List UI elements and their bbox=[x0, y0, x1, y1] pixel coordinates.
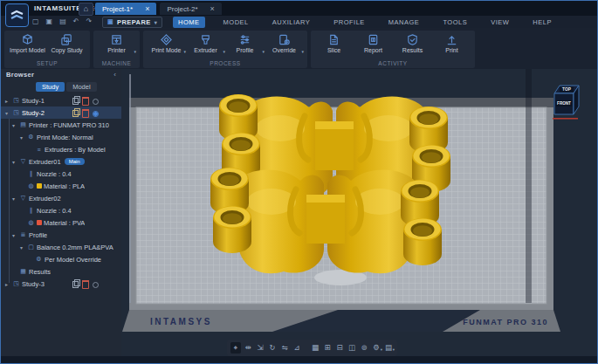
menu-home[interactable]: HOME bbox=[173, 17, 205, 28]
stage-mode-dropdown[interactable]: ▣ PREPARE ▾ bbox=[102, 17, 162, 28]
arrange-tool[interactable]: ▦ bbox=[310, 342, 320, 354]
tree-item-study-1[interactable]: ▸ ◳ Study-1 bbox=[1, 94, 121, 106]
viewport-3d[interactable]: INTAMSYS FUNMAT PRO 310 TOP FRONT ⌖ ⇹ ⇲ bbox=[121, 69, 597, 356]
menu-model[interactable]: MODEL bbox=[218, 17, 254, 28]
copy-study-icon[interactable] bbox=[72, 98, 79, 105]
active-study-radio[interactable] bbox=[93, 111, 99, 117]
rotate-tool[interactable]: ↻ bbox=[267, 342, 278, 354]
menu-tools[interactable]: TOOLS bbox=[437, 17, 472, 28]
expander-icon[interactable]: ▾ bbox=[12, 159, 19, 165]
close-icon[interactable]: × bbox=[210, 5, 215, 12]
tree-item-per-model-override[interactable]: ⚙ Per Model Override bbox=[1, 253, 121, 265]
active-study-radio[interactable] bbox=[93, 282, 99, 288]
scale-tool[interactable]: ⇲ bbox=[255, 342, 265, 354]
expander-icon[interactable]: ▸ bbox=[5, 281, 12, 287]
delete-study-icon[interactable] bbox=[82, 97, 89, 106]
extruder-button[interactable]: Extruder ▾ bbox=[186, 32, 225, 53]
nozzle-icon: ∥ bbox=[27, 170, 35, 177]
split-tool[interactable]: ◫ bbox=[347, 342, 357, 354]
ribbon-group-label: SETUP bbox=[4, 60, 90, 66]
merge-tool[interactable]: ⊟ bbox=[334, 342, 345, 354]
mirror-tool[interactable]: ⇋ bbox=[279, 342, 290, 354]
extruder-icon bbox=[199, 33, 212, 46]
tree-item-label: Print Mode: Normal bbox=[37, 134, 93, 141]
print-mode-button[interactable]: Print Mode ▾ bbox=[147, 32, 186, 53]
toggle-study[interactable]: Study bbox=[36, 82, 65, 92]
panel-resize-handle[interactable] bbox=[129, 74, 131, 303]
tab-title: Project-1* bbox=[102, 5, 133, 13]
tree-item-printer[interactable]: ▾ ▤ Printer : FUNMAT PRO 310 bbox=[1, 119, 121, 131]
tab-project-1[interactable]: Project-1* × bbox=[95, 3, 156, 15]
redo-icon[interactable]: ↷ bbox=[86, 17, 92, 27]
support-tool[interactable]: ⊚ bbox=[359, 342, 369, 354]
extruder-icon: ▽ bbox=[19, 158, 27, 165]
tree-item-results[interactable]: ▦ Results bbox=[1, 265, 121, 278]
menu-manage[interactable]: MANAGE bbox=[383, 17, 425, 28]
tree-item-material-pva[interactable]: ◍ Material : PVA bbox=[1, 216, 121, 229]
menu-profile[interactable]: PROFILE bbox=[328, 17, 370, 28]
tree-item-study-2[interactable]: ▾ ◳ Study-2 bbox=[1, 106, 121, 119]
expander-icon[interactable]: ▸ bbox=[5, 98, 12, 104]
expander-icon[interactable]: ▾ bbox=[12, 196, 19, 202]
print-mode-icon: ⚙ bbox=[27, 134, 35, 141]
ribbon-group-process: Print Mode ▾ Extruder ▾ Profile ▾ Overri… bbox=[143, 31, 307, 68]
move-tool[interactable]: ⇹ bbox=[243, 342, 253, 354]
select-tool[interactable]: ⌖ bbox=[230, 342, 241, 354]
nozzle-icon: ∥ bbox=[27, 207, 35, 214]
tree-item-print-mode[interactable]: ▾ ⚙ Print Mode: Normal bbox=[1, 131, 121, 143]
tree-item-nozzle-1[interactable]: ∥ Nozzle : 0.4 bbox=[1, 168, 121, 180]
plate-tool[interactable]: ▤▾ bbox=[383, 342, 394, 354]
home-button[interactable]: ⌂ bbox=[79, 3, 93, 16]
view-cube-front-label[interactable]: FRONT bbox=[557, 101, 571, 106]
copy-study-icon[interactable] bbox=[72, 281, 79, 288]
menu-view[interactable]: VIEW bbox=[485, 17, 514, 28]
tab-project-2[interactable]: Project-2* × bbox=[160, 3, 221, 15]
menu-auxiliary[interactable]: AUXILIARY bbox=[267, 17, 316, 28]
settings-tool[interactable]: ⚙▾ bbox=[371, 342, 381, 354]
delete-study-icon[interactable] bbox=[82, 109, 89, 118]
printer-button[interactable]: Printer ▾ bbox=[97, 32, 136, 53]
close-icon[interactable]: × bbox=[145, 5, 149, 12]
print-button[interactable]: Print bbox=[432, 32, 471, 53]
print-doc-icon[interactable]: ▤ bbox=[59, 17, 66, 27]
profile-button[interactable]: Profile ▾ bbox=[225, 32, 265, 53]
undo-icon[interactable]: ↶ bbox=[73, 17, 79, 27]
tree-item-material-pla[interactable]: ◍ Material : PLA bbox=[1, 180, 121, 192]
expander-icon[interactable]: ▾ bbox=[20, 244, 27, 251]
slice-button[interactable]: Slice bbox=[314, 32, 354, 53]
lay-flat-tool[interactable]: ⊿ bbox=[292, 342, 302, 354]
tree-item-profile[interactable]: ▾ ≣ Profile bbox=[1, 229, 121, 241]
collapse-panel-icon[interactable]: ‹ bbox=[113, 71, 116, 79]
toggle-model[interactable]: Model bbox=[66, 82, 96, 92]
tree-item-balance-profile[interactable]: ▾ ▢ Balance 0.2mm PLA&PVA bbox=[1, 241, 121, 253]
tree-item-extruder02[interactable]: ▾ ▽ Extruder02 bbox=[1, 192, 121, 204]
copy-study-button[interactable]: Copy Study bbox=[47, 32, 86, 53]
import-model-button[interactable]: Import Model bbox=[8, 32, 47, 53]
report-button[interactable]: Report bbox=[354, 32, 393, 53]
ribbon-group-label: PROCESS bbox=[143, 60, 307, 66]
copy-study-icon[interactable] bbox=[72, 110, 79, 117]
duplicate-tool[interactable]: ⊞ bbox=[322, 342, 333, 354]
menu-help[interactable]: HELP bbox=[527, 17, 557, 28]
override-button[interactable]: Override ▾ bbox=[265, 32, 304, 53]
tree-item-study-3[interactable]: ▸ ◳ Study-3 bbox=[1, 278, 121, 290]
new-icon[interactable]: ▢ bbox=[32, 17, 39, 27]
view-cube-top-label[interactable]: TOP bbox=[562, 87, 572, 92]
slice-icon bbox=[327, 33, 340, 46]
tree-item-extruder01[interactable]: ▾ ▽ Extruder01 Main bbox=[1, 155, 121, 168]
results-button[interactable]: Results bbox=[393, 32, 432, 53]
expander-icon[interactable]: ▾ bbox=[12, 232, 19, 238]
tree-item-nozzle-2[interactable]: ∥ Nozzle : 0.4 bbox=[1, 204, 121, 216]
active-study-radio[interactable] bbox=[93, 99, 99, 105]
settings-icon: ⚙ bbox=[373, 343, 380, 352]
app-logo-button[interactable] bbox=[5, 3, 29, 27]
expander-icon[interactable]: ▾ bbox=[5, 110, 12, 116]
expander-icon[interactable]: ▾ bbox=[12, 122, 19, 128]
view-cube[interactable]: TOP FRONT bbox=[551, 79, 582, 121]
browser-panel-title: Browser bbox=[6, 71, 34, 79]
tree-item-extruders-mode[interactable]: ≡ Extruders : By Model bbox=[1, 143, 121, 155]
expander-icon[interactable]: ▾ bbox=[20, 134, 27, 141]
delete-study-icon[interactable] bbox=[82, 280, 89, 289]
ribbon-group-label: MACHINE bbox=[93, 60, 140, 66]
save-icon[interactable]: ▣ bbox=[46, 17, 53, 27]
